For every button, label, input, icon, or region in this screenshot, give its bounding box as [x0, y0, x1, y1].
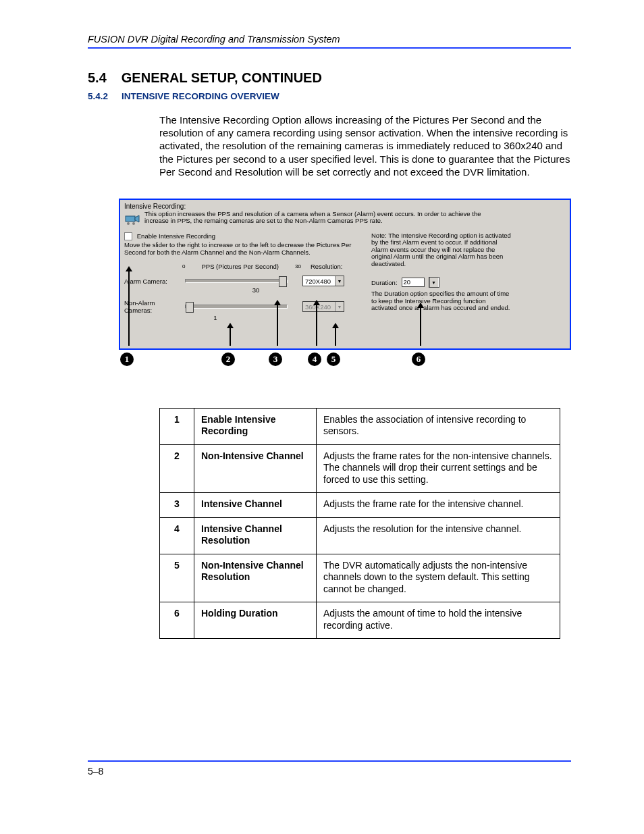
- duration-label: Duration:: [371, 279, 398, 286]
- nonalarm-resolution-combo: 360X240 ▼: [302, 301, 344, 312]
- svg-marker-1: [135, 215, 139, 222]
- groupbox-title: Intensive Recording:: [124, 203, 566, 210]
- nonalarm-label: Non-Alarm Cameras:: [124, 299, 182, 314]
- pps-label: PPS (Pictures Per Second): [201, 263, 279, 270]
- row3-desc: Adjusts the frame rate for the intensive…: [317, 493, 560, 518]
- row6-name: Holding Duration: [194, 602, 317, 639]
- duration-spinner[interactable]: ▼: [429, 277, 439, 288]
- page-number: 5–8: [88, 766, 103, 777]
- alarm-slider-value: 30: [171, 286, 340, 294]
- legend-table: 1 Enable Intensive Recording Enables the…: [159, 408, 560, 640]
- table-row: 1 Enable Intensive Recording Enables the…: [160, 408, 560, 444]
- row2-desc: Adjusts the frame rates for the non-inte…: [317, 444, 560, 493]
- svg-point-2: [127, 222, 130, 225]
- section-number: 5.4: [88, 70, 107, 85]
- row1-num: 1: [160, 408, 194, 444]
- callout-6: 6: [412, 353, 425, 366]
- page-footer: 5–8: [88, 760, 571, 777]
- section-title-text: GENERAL SETUP, CONTINUED: [122, 70, 322, 85]
- table-row: 4 Intensive Channel Resolution Adjusts t…: [160, 517, 560, 554]
- row3-name: Intensive Channel: [194, 493, 317, 518]
- intro-text: This option increases the PPS and resolu…: [144, 211, 495, 225]
- row5-num: 5: [160, 554, 194, 602]
- slider-instruction: Move the slider to the right to increase…: [124, 242, 359, 256]
- row6-num: 6: [160, 602, 194, 639]
- duration-help: The Duration option specifies the amount…: [371, 290, 513, 311]
- settings-screenshot: Intensive Recording: This option increas…: [119, 199, 571, 350]
- alarm-resolution-value: 720X480: [305, 278, 335, 285]
- callout-1: 1: [120, 353, 134, 366]
- running-head: FUSION DVR Digital Recording and Transmi…: [88, 34, 571, 45]
- nonalarm-resolution-value: 360X240: [305, 303, 335, 311]
- callout-2: 2: [221, 353, 235, 366]
- row1-name: Enable Intensive Recording: [194, 408, 317, 444]
- row5-desc: The DVR automatically adjusts the non-in…: [317, 554, 560, 602]
- resolution-label: Resolution:: [311, 263, 343, 270]
- callout-5: 5: [327, 353, 340, 366]
- section-title: 5.4GENERAL SETUP, CONTINUED: [88, 70, 571, 86]
- row1-desc: Enables the association of intensive rec…: [317, 408, 560, 444]
- callout-3: 3: [269, 353, 282, 366]
- callout-row: 1 2 3 4 5 6: [119, 353, 571, 370]
- nonalarm-slider[interactable]: [185, 305, 288, 309]
- row5-name: Non-Intensive Channel Resolution: [194, 554, 317, 602]
- alarm-resolution-combo[interactable]: 720X480 ▼: [302, 276, 344, 286]
- svg-point-3: [132, 222, 135, 225]
- table-row: 6 Holding Duration Adjusts the amount of…: [160, 602, 560, 639]
- callout-4: 4: [308, 353, 321, 366]
- callout-arrows: [120, 315, 570, 346]
- table-row: 3 Intensive Channel Adjusts the frame ra…: [160, 493, 560, 518]
- pps-min: 0: [182, 263, 185, 269]
- camera-icon: [124, 212, 140, 226]
- row4-name: Intensive Channel Resolution: [194, 517, 317, 554]
- row3-num: 3: [160, 493, 194, 518]
- table-row: 5 Non-Intensive Channel Resolution The D…: [160, 554, 560, 602]
- table-row: 2 Non-Intensive Channel Adjusts the fram…: [160, 444, 560, 493]
- row4-desc: Adjusts the resolution for the intensive…: [317, 517, 560, 554]
- pps-max: 30: [295, 263, 301, 269]
- duration-input[interactable]: 20: [402, 278, 425, 287]
- chevron-down-icon: ▼: [335, 302, 344, 311]
- subsection-title-text: INTENSIVE RECORDING OVERVIEW: [122, 91, 279, 101]
- alarm-camera-label: Alarm Camera:: [124, 278, 182, 285]
- row6-desc: Adjusts the amount of time to hold the i…: [317, 602, 560, 639]
- subsection-title: 5.4.2INTENSIVE RECORDING OVERVIEW: [88, 91, 571, 101]
- alarm-slider[interactable]: [185, 279, 288, 283]
- enable-checkbox[interactable]: [124, 232, 132, 240]
- row4-num: 4: [160, 517, 194, 554]
- chevron-down-icon: ▼: [429, 278, 438, 287]
- svg-rect-0: [126, 216, 135, 221]
- note-text: Note: The Intensive Recording option is …: [371, 232, 513, 267]
- header-rule: [88, 47, 571, 49]
- subsection-number: 5.4.2: [88, 91, 108, 101]
- enable-label: Enable Intensive Recording: [137, 232, 215, 240]
- body-paragraph: The Intensive Recording Option allows in…: [159, 113, 571, 178]
- row2-num: 2: [160, 444, 194, 493]
- chevron-down-icon: ▼: [335, 276, 344, 286]
- row2-name: Non-Intensive Channel: [194, 444, 317, 493]
